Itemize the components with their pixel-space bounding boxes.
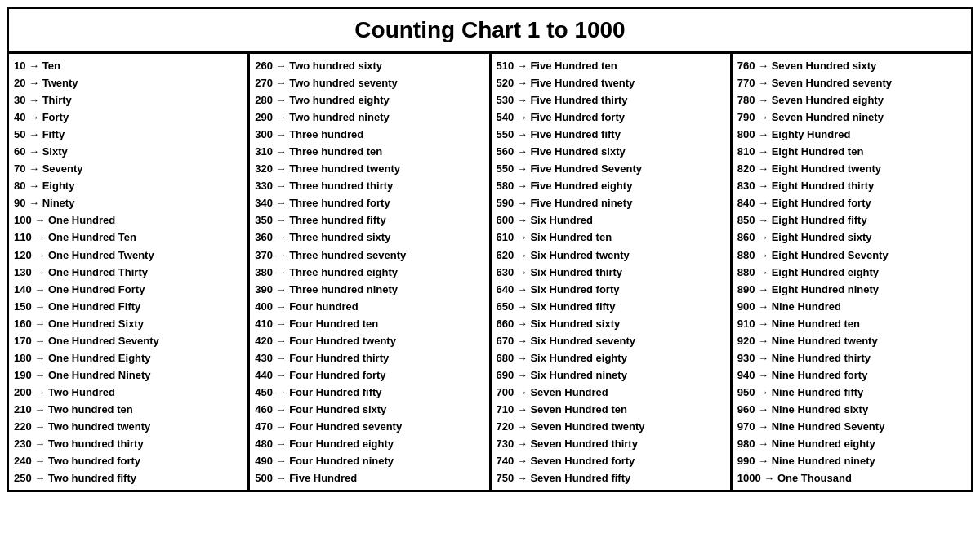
list-item: 510 → Five Hundred ten	[497, 57, 725, 74]
list-item: 700 → Seven Hundred	[497, 384, 725, 401]
list-item: 410 → Four Hundred ten	[255, 315, 483, 332]
list-item: 600 → Six Hundred	[497, 211, 725, 229]
list-item: 440 → Four Hundred forty	[255, 367, 483, 384]
list-item: 180 → One Hundred Eighty	[14, 349, 243, 367]
list-item: 160 → One Hundred Sixty	[14, 315, 243, 332]
list-item: 200 → Two Hundred	[14, 384, 243, 401]
list-item: 590 → Five Hundred ninety	[497, 194, 725, 211]
list-item: 320 → Three hundred twenty	[255, 160, 483, 177]
column-3: 510 → Five Hundred ten520 → Five Hundred…	[492, 54, 733, 490]
list-item: 80 → Eighty	[14, 177, 243, 194]
list-item: 90 → Ninety	[14, 194, 243, 211]
list-item: 920 → Nine Hundred twenty	[737, 332, 966, 349]
list-item: 770 → Seven Hundred seventy	[737, 74, 966, 91]
list-item: 960 → Nine Hundred sixty	[737, 401, 966, 418]
list-item: 390 → Three hundred ninety	[255, 281, 483, 298]
list-item: 990 → Nine Hundred ninety	[737, 452, 966, 469]
list-item: 610 → Six Hundred ten	[497, 229, 725, 246]
list-item: 680 → Six Hundred eighty	[497, 349, 725, 367]
list-item: 730 → Seven Hundred thirty	[497, 435, 725, 452]
list-item: 500 → Five Hundred	[255, 469, 483, 487]
list-item: 240 → Two hundred forty	[14, 452, 243, 469]
list-item: 520 → Five Hundred twenty	[497, 74, 725, 91]
list-item: 750 → Seven Hundred fifty	[497, 469, 725, 487]
list-item: 470 → Four Hundred seventy	[255, 418, 483, 435]
list-item: 980 → Nine Hundred eighty	[737, 435, 966, 452]
list-item: 310 → Three hundred ten	[255, 143, 483, 160]
list-item: 380 → Three hundred eighty	[255, 264, 483, 281]
list-item: 110 → One Hundred Ten	[14, 229, 243, 246]
list-item: 10 → Ten	[14, 57, 243, 74]
list-item: 710 → Seven Hundred ten	[497, 401, 725, 418]
list-item: 800 → Eighty Hundred	[737, 126, 966, 143]
list-item: 630 → Six Hundred thirty	[497, 264, 725, 281]
chart-title: Counting Chart 1 to 1000	[9, 17, 971, 43]
list-item: 230 → Two hundred thirty	[14, 435, 243, 452]
list-item: 290 → Two hundred ninety	[255, 109, 483, 126]
list-item: 270 → Two hundred seventy	[255, 74, 483, 91]
list-item: 550 → Five Hundred Seventy	[497, 160, 725, 177]
list-item: 970 → Nine Hundred Seventy	[737, 418, 966, 435]
list-item: 190 → One Hundred Ninety	[14, 367, 243, 384]
list-item: 260 → Two hundred sixty	[255, 57, 483, 74]
list-item: 890 → Eight Hundred ninety	[737, 281, 966, 298]
list-item: 540 → Five Hundred forty	[497, 109, 725, 126]
list-item: 840 → Eight Hundred forty	[737, 194, 966, 211]
list-item: 340 → Three hundred forty	[255, 194, 483, 211]
list-item: 60 → Sixty	[14, 143, 243, 160]
list-item: 580 → Five Hundred eighty	[497, 177, 725, 194]
list-item: 640 → Six Hundred forty	[497, 281, 725, 298]
list-item: 690 → Six Hundred ninety	[497, 367, 725, 384]
list-item: 330 → Three hundred thirty	[255, 177, 483, 194]
list-item: 910 → Nine Hundred ten	[737, 315, 966, 332]
list-item: 40 → Forty	[14, 109, 243, 126]
list-item: 940 → Nine Hundred forty	[737, 367, 966, 384]
list-item: 430 → Four Hundred thirty	[255, 349, 483, 367]
list-item: 530 → Five Hundred thirty	[497, 91, 725, 109]
column-2: 260 → Two hundred sixty270 → Two hundred…	[250, 54, 491, 490]
list-item: 810 → Eight Hundred ten	[737, 143, 966, 160]
list-item: 1000 → One Thousand	[737, 469, 966, 487]
list-item: 460 → Four Hundred sixty	[255, 401, 483, 418]
list-item: 20 → Twenty	[14, 74, 243, 91]
list-item: 130 → One Hundred Thirty	[14, 264, 243, 281]
column-1: 10 → Ten20 → Twenty30 → Thirty40 → Forty…	[9, 54, 250, 490]
list-item: 660 → Six Hundred sixty	[497, 315, 725, 332]
column-4: 760 → Seven Hundred sixty770 → Seven Hun…	[733, 54, 971, 490]
list-item: 100 → One Hundred	[14, 211, 243, 229]
list-item: 450 → Four Hundred fifty	[255, 384, 483, 401]
list-item: 140 → One Hundred Forty	[14, 281, 243, 298]
list-item: 790 → Seven Hundred ninety	[737, 109, 966, 126]
list-item: 30 → Thirty	[14, 91, 243, 109]
list-item: 210 → Two hundred ten	[14, 401, 243, 418]
list-item: 560 → Five Hundred sixty	[497, 143, 725, 160]
chart-container: Counting Chart 1 to 1000 10 → Ten20 → Tw…	[7, 7, 973, 492]
list-item: 670 → Six Hundred seventy	[497, 332, 725, 349]
list-item: 780 → Seven Hundred eighty	[737, 91, 966, 109]
list-item: 280 → Two hundred eighty	[255, 91, 483, 109]
list-item: 220 → Two hundred twenty	[14, 418, 243, 435]
list-item: 950 → Nine Hundred fifty	[737, 384, 966, 401]
list-item: 170 → One Hundred Seventy	[14, 332, 243, 349]
list-item: 370 → Three hundred seventy	[255, 247, 483, 264]
list-item: 820 → Eight Hundred twenty	[737, 160, 966, 177]
title-bar: Counting Chart 1 to 1000	[9, 9, 971, 54]
list-item: 830 → Eight Hundred thirty	[737, 177, 966, 194]
list-item: 900 → Nine Hundred	[737, 298, 966, 315]
list-item: 360 → Three hundred sixty	[255, 229, 483, 246]
list-item: 350 → Three hundred fifty	[255, 211, 483, 229]
list-item: 50 → Fifty	[14, 126, 243, 143]
list-item: 760 → Seven Hundred sixty	[737, 57, 966, 74]
list-item: 70 → Seventy	[14, 160, 243, 177]
list-item: 550 → Five Hundred fifty	[497, 126, 725, 143]
list-item: 880 → Eight Hundred eighty	[737, 264, 966, 281]
list-item: 150 → One Hundred Fifty	[14, 298, 243, 315]
list-item: 880 → Eight Hundred Seventy	[737, 247, 966, 264]
columns-container: 10 → Ten20 → Twenty30 → Thirty40 → Forty…	[9, 54, 971, 490]
list-item: 860 → Eight Hundred sixty	[737, 229, 966, 246]
list-item: 250 → Two hundred fifty	[14, 469, 243, 487]
list-item: 930 → Nine Hundred thirty	[737, 349, 966, 367]
list-item: 720 → Seven Hundred twenty	[497, 418, 725, 435]
list-item: 120 → One Hundred Twenty	[14, 247, 243, 264]
list-item: 620 → Six Hundred twenty	[497, 247, 725, 264]
